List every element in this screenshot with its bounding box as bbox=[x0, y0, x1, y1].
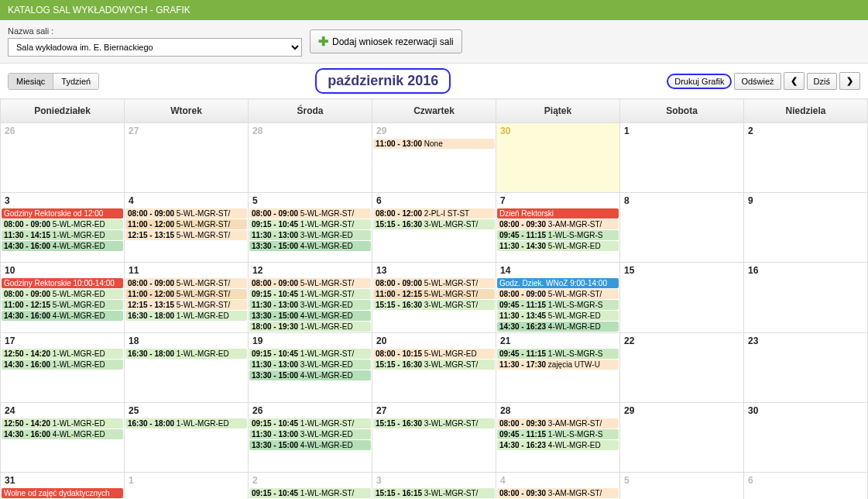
calendar-cell[interactable]: 28 bbox=[249, 123, 372, 193]
calendar-cell[interactable]: 10Godziny Rektorskie 10:00-14:0008:00 - … bbox=[1, 263, 125, 333]
calendar-event[interactable]: 11:00 - 12:00 5-WL-MGR-ST/ bbox=[125, 289, 247, 299]
calendar-event[interactable]: Godziny Rektorskie od 12:00 bbox=[2, 208, 123, 219]
calendar-cell[interactable]: 2 bbox=[744, 123, 868, 193]
calendar-event[interactable]: 11:00 - 13:00 None bbox=[373, 139, 495, 149]
calendar-cell[interactable]: 5 bbox=[620, 473, 744, 500]
calendar-event[interactable]: Godz. Dziek. WNoZ 9:00-14:00 bbox=[497, 278, 619, 288]
calendar-event[interactable]: 15:15 - 16:30 3-WL-MGR-ST/ bbox=[373, 360, 495, 370]
calendar-cell[interactable]: 27 bbox=[125, 123, 249, 193]
calendar-cell[interactable]: 6 bbox=[744, 473, 868, 500]
calendar-event[interactable]: 08:00 - 09:00 5-WL-MGR-ST/ bbox=[125, 278, 247, 288]
calendar-cell[interactable]: 22 bbox=[620, 333, 744, 403]
calendar-event[interactable]: 15:15 - 16:15 3-WL-MGR-ST/ bbox=[373, 488, 495, 498]
calendar-event[interactable]: 15:15 - 16:30 3-WL-MGR-ST/ bbox=[373, 418, 495, 428]
calendar-event[interactable]: 08:00 - 10:15 5-WL-MGR-ED bbox=[373, 349, 495, 359]
calendar-event[interactable]: 11:30 - 13:00 3-WL-MGR-ED bbox=[249, 300, 371, 310]
calendar-event[interactable]: 13:30 - 15:00 4-WL-MGR-ED bbox=[249, 311, 371, 321]
calendar-cell[interactable]: 1208:00 - 09:00 5-WL-MGR-ST/09:15 - 10:4… bbox=[249, 263, 372, 333]
calendar-event[interactable]: 11:30 - 17:30 zajęcia UTW-U bbox=[497, 360, 619, 370]
calendar-event[interactable]: 13:30 - 15:00 4-WL-MGR-ED bbox=[249, 241, 371, 251]
calendar-cell[interactable]: 2808:00 - 09:30 3-AM-MGR-ST/09:45 - 11:1… bbox=[496, 403, 620, 473]
calendar-event[interactable]: Dzień Rektorski bbox=[497, 208, 619, 219]
calendar-cell[interactable]: 2911:00 - 13:00 None bbox=[372, 123, 496, 193]
calendar-event[interactable]: 08:00 - 09:00 5-WL-MGR-ED bbox=[2, 289, 123, 299]
calendar-event[interactable]: 09:15 - 10:45 1-WL-MGR-ST/ bbox=[249, 488, 371, 498]
calendar-cell[interactable]: 23 bbox=[744, 333, 868, 403]
calendar-event[interactable]: 09:15 - 10:45 1-WL-MGR-ST/ bbox=[249, 219, 371, 229]
calendar-event[interactable]: 09:15 - 10:45 1-WL-MGR-ST/ bbox=[249, 289, 371, 299]
calendar-event[interactable]: 11:30 - 14:30 5-WL-MGR-ED bbox=[497, 241, 619, 251]
calendar-event[interactable]: 08:00 - 09:30 3-AM-MGR-ST/ bbox=[497, 219, 619, 229]
calendar-event[interactable]: 13:30 - 15:00 4-WL-MGR-ED bbox=[249, 370, 371, 380]
calendar-cell[interactable]: 2609:15 - 10:45 1-WL-MGR-ST/11:30 - 13:0… bbox=[249, 403, 372, 473]
calendar-event[interactable]: Wolne od zajęć dydaktycznych bbox=[2, 488, 123, 498]
calendar-event[interactable]: 11:30 - 14:15 1-WL-MGR-ED bbox=[2, 230, 123, 240]
calendar-event[interactable]: 11:30 - 13:45 5-WL-MGR-ED bbox=[497, 311, 619, 321]
calendar-event[interactable]: 08:00 - 09:00 5-WL-MGR-ST/ bbox=[373, 278, 495, 288]
calendar-cell[interactable]: 16 bbox=[744, 263, 868, 333]
calendar-event[interactable]: 15:15 - 16:30 3-WL-MGR-ST/ bbox=[373, 219, 495, 229]
calendar-event[interactable]: 14:30 - 16:00 1-WL-MGR-ED bbox=[2, 360, 123, 370]
calendar-event[interactable]: 11:00 - 12:15 5-WL-MGR-ED bbox=[2, 300, 123, 310]
calendar-cell[interactable]: 9 bbox=[744, 193, 868, 263]
calendar-cell[interactable]: 29 bbox=[620, 403, 744, 473]
calendar-event[interactable]: 16:30 - 18:00 1-WL-MGR-ED bbox=[125, 418, 247, 428]
calendar-event[interactable]: 14:30 - 16:00 4-WL-MGR-ED bbox=[2, 429, 123, 439]
calendar-event[interactable]: 13:30 - 15:00 4-WL-MGR-ED bbox=[249, 440, 371, 450]
calendar-event[interactable]: 08:00 - 09:30 3-AM-MGR-ST/ bbox=[497, 418, 619, 428]
calendar-event[interactable]: 12:50 - 14:20 1-WL-MGR-ED bbox=[2, 349, 123, 359]
calendar-cell[interactable]: 608:00 - 12:00 2-PL-I ST-ST15:15 - 16:30… bbox=[372, 193, 496, 263]
calendar-cell[interactable]: 1909:15 - 10:45 1-WL-MGR-ST/11:30 - 13:0… bbox=[249, 333, 372, 403]
calendar-event[interactable]: 12:15 - 13:15 5-WL-MGR-ST/ bbox=[125, 300, 247, 310]
tab-week[interactable]: Tydzień bbox=[53, 74, 98, 89]
calendar-event[interactable]: 11:30 - 13:00 3-WL-MGR-ED bbox=[249, 360, 371, 370]
calendar-cell[interactable]: 2516:30 - 18:00 1-WL-MGR-ED bbox=[125, 403, 249, 473]
calendar-cell[interactable]: 8 bbox=[620, 193, 744, 263]
calendar-cell[interactable]: 7Dzień Rektorski08:00 - 09:30 3-AM-MGR-S… bbox=[496, 193, 620, 263]
calendar-event[interactable]: 16:30 - 18:00 1-WL-MGR-ED bbox=[125, 349, 247, 359]
calendar-event[interactable]: 09:15 - 10:45 1-WL-MGR-ST/ bbox=[249, 418, 371, 428]
next-button[interactable]: ❯ bbox=[839, 72, 860, 90]
calendar-event[interactable]: 08:00 - 09:30 3-AM-MGR-ST/ bbox=[497, 488, 619, 498]
calendar-cell[interactable]: 1816:30 - 18:00 1-WL-MGR-ED bbox=[125, 333, 249, 403]
print-button[interactable]: Drukuj Grafik bbox=[667, 74, 732, 89]
calendar-cell[interactable]: 2008:00 - 10:15 5-WL-MGR-ED15:15 - 16:30… bbox=[372, 333, 496, 403]
refresh-button[interactable]: Odśwież bbox=[734, 73, 781, 90]
calendar-cell[interactable]: 26 bbox=[1, 123, 125, 193]
calendar-cell[interactable]: 408:00 - 09:00 5-WL-MGR-ST/11:00 - 12:00… bbox=[125, 193, 249, 263]
calendar-cell[interactable]: 1308:00 - 09:00 5-WL-MGR-ST/11:00 - 12:1… bbox=[372, 263, 496, 333]
calendar-cell[interactable]: 1712:50 - 14:20 1-WL-MGR-ED14:30 - 16:00… bbox=[1, 333, 125, 403]
calendar-cell[interactable]: 2715:15 - 16:30 3-WL-MGR-ST/ bbox=[372, 403, 496, 473]
calendar-event[interactable]: 08:00 - 09:00 5-WL-MGR-ST/ bbox=[497, 289, 619, 299]
calendar-event[interactable]: 09:45 - 11:15 1-WL-S-MGR-S bbox=[497, 230, 619, 240]
calendar-cell[interactable]: 2412:50 - 14:20 1-WL-MGR-ED14:30 - 16:00… bbox=[1, 403, 125, 473]
calendar-cell[interactable]: 30 bbox=[496, 123, 620, 193]
calendar-event[interactable]: 09:45 - 11:15 1-WL-S-MGR-S bbox=[497, 349, 619, 359]
calendar-event[interactable]: 08:00 - 09:00 5-WL-MGR-ST/ bbox=[125, 208, 247, 219]
calendar-cell[interactable]: 3Godziny Rektorskie od 12:0008:00 - 09:0… bbox=[1, 193, 125, 263]
calendar-cell[interactable]: 14Godz. Dziek. WNoZ 9:00-14:0008:00 - 09… bbox=[496, 263, 620, 333]
calendar-event[interactable]: 12:15 - 13:15 5-WL-MGR-ST/ bbox=[125, 230, 247, 240]
calendar-cell[interactable]: 1 bbox=[620, 123, 744, 193]
calendar-event[interactable]: 08:00 - 09:00 5-WL-MGR-ST/ bbox=[249, 208, 371, 219]
calendar-event[interactable]: 08:00 - 12:00 2-PL-I ST-ST bbox=[373, 208, 495, 219]
today-button[interactable]: Dziś bbox=[807, 73, 837, 90]
calendar-event[interactable]: 18:00 - 19:30 1-WL-MGR-ED bbox=[249, 322, 371, 332]
calendar-event[interactable]: 14:30 - 16:00 4-WL-MGR-ED bbox=[2, 311, 123, 321]
calendar-event[interactable]: 11:00 - 12:00 5-WL-MGR-ST/ bbox=[125, 219, 247, 229]
calendar-cell[interactable]: 31Wolne od zajęć dydaktycznych bbox=[1, 473, 125, 500]
calendar-cell[interactable]: 408:00 - 09:30 3-AM-MGR-ST/09:45 - 11:15… bbox=[496, 473, 620, 500]
prev-button[interactable]: ❮ bbox=[784, 72, 805, 90]
calendar-event[interactable]: 09:15 - 10:45 1-WL-MGR-ST/ bbox=[249, 349, 371, 359]
calendar-cell[interactable]: 508:00 - 09:00 5-WL-MGR-ST/09:15 - 10:45… bbox=[249, 193, 372, 263]
calendar-cell[interactable]: 30 bbox=[744, 403, 868, 473]
calendar-event[interactable]: 11:00 - 12:15 5-WL-MGR-ST/ bbox=[373, 289, 495, 299]
tab-month[interactable]: Miesiąc bbox=[9, 74, 53, 89]
calendar-event[interactable]: 14:30 - 16:00 4-WL-MGR-ED bbox=[2, 241, 123, 251]
calendar-event[interactable]: Godziny Rektorskie 10:00-14:00 bbox=[2, 278, 123, 288]
calendar-event[interactable]: 09:45 - 11:15 1-WL-S-MGR-S bbox=[497, 429, 619, 439]
calendar-event[interactable]: 11:30 - 13:00 3-WL-MGR-ED bbox=[249, 429, 371, 439]
calendar-event[interactable]: 09:45 - 11:15 1-WL-S-MGR-S bbox=[497, 300, 619, 310]
calendar-event[interactable]: 08:00 - 09:00 5-WL-MGR-ST/ bbox=[249, 278, 371, 288]
calendar-cell[interactable]: 209:15 - 10:45 1-WL-MGR-ST/ bbox=[249, 473, 372, 500]
